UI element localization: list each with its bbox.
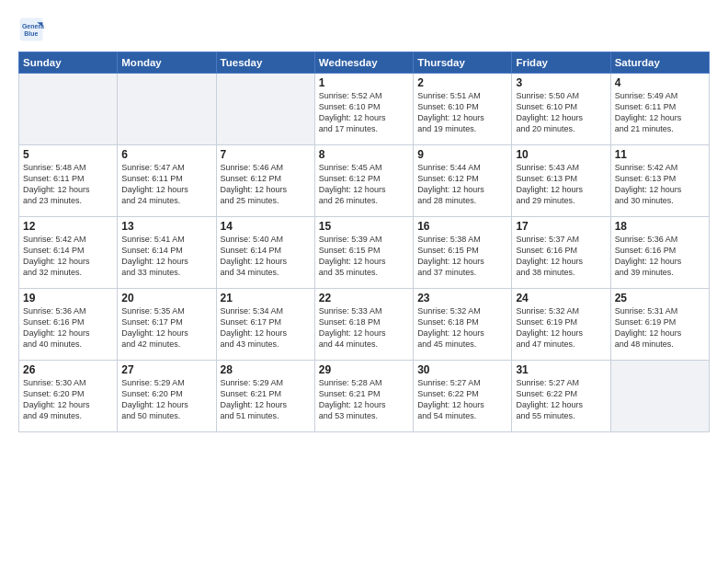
day-number: 31 xyxy=(516,363,606,376)
calendar-day-header: Monday xyxy=(118,52,216,74)
day-info: Sunrise: 5:46 AM Sunset: 6:12 PM Dayligh… xyxy=(221,162,311,207)
day-info: Sunrise: 5:31 AM Sunset: 6:19 PM Dayligh… xyxy=(615,305,705,350)
day-number: 5 xyxy=(23,148,113,161)
calendar-cell: 31Sunrise: 5:27 AM Sunset: 6:22 PM Dayli… xyxy=(512,361,610,432)
calendar-cell: 18Sunrise: 5:36 AM Sunset: 6:16 PM Dayli… xyxy=(610,217,709,289)
calendar-cell: 2Sunrise: 5:51 AM Sunset: 6:10 PM Daylig… xyxy=(414,74,512,145)
calendar-cell: 28Sunrise: 5:29 AM Sunset: 6:21 PM Dayli… xyxy=(216,361,314,432)
calendar-table: SundayMondayTuesdayWednesdayThursdayFrid… xyxy=(18,52,710,432)
day-number: 7 xyxy=(221,148,311,161)
day-number: 9 xyxy=(417,148,507,161)
day-number: 28 xyxy=(221,363,311,376)
day-info: Sunrise: 5:35 AM Sunset: 6:17 PM Dayligh… xyxy=(121,305,211,350)
day-info: Sunrise: 5:36 AM Sunset: 6:16 PM Dayligh… xyxy=(615,234,705,279)
calendar-cell: 29Sunrise: 5:28 AM Sunset: 6:21 PM Dayli… xyxy=(314,361,413,432)
day-info: Sunrise: 5:41 AM Sunset: 6:14 PM Dayligh… xyxy=(121,234,211,279)
day-info: Sunrise: 5:42 AM Sunset: 6:13 PM Dayligh… xyxy=(615,162,705,207)
calendar-day-header: Sunday xyxy=(19,52,118,74)
day-number: 18 xyxy=(615,220,705,233)
calendar-week-row: 1Sunrise: 5:52 AM Sunset: 6:10 PM Daylig… xyxy=(19,74,710,145)
day-number: 23 xyxy=(417,292,507,304)
calendar-week-row: 12Sunrise: 5:42 AM Sunset: 6:14 PM Dayli… xyxy=(19,217,710,289)
calendar-cell: 17Sunrise: 5:37 AM Sunset: 6:16 PM Dayli… xyxy=(512,217,610,289)
calendar-cell: 22Sunrise: 5:33 AM Sunset: 6:18 PM Dayli… xyxy=(314,289,413,361)
day-info: Sunrise: 5:32 AM Sunset: 6:19 PM Dayligh… xyxy=(516,305,606,350)
day-info: Sunrise: 5:51 AM Sunset: 6:10 PM Dayligh… xyxy=(417,90,507,135)
calendar-cell: 13Sunrise: 5:41 AM Sunset: 6:14 PM Dayli… xyxy=(118,217,216,289)
calendar-cell: 3Sunrise: 5:50 AM Sunset: 6:10 PM Daylig… xyxy=(512,74,610,145)
calendar-cell xyxy=(216,74,314,145)
page-header: General Blue xyxy=(18,17,710,42)
day-number: 21 xyxy=(221,292,311,304)
calendar-cell: 24Sunrise: 5:32 AM Sunset: 6:19 PM Dayli… xyxy=(512,289,610,361)
calendar-cell xyxy=(610,361,709,432)
day-info: Sunrise: 5:36 AM Sunset: 6:16 PM Dayligh… xyxy=(23,305,113,350)
calendar-cell: 5Sunrise: 5:48 AM Sunset: 6:11 PM Daylig… xyxy=(19,145,118,217)
day-info: Sunrise: 5:47 AM Sunset: 6:11 PM Dayligh… xyxy=(121,162,211,207)
calendar-cell: 20Sunrise: 5:35 AM Sunset: 6:17 PM Dayli… xyxy=(118,289,216,361)
day-number: 3 xyxy=(516,76,606,89)
calendar-cell: 14Sunrise: 5:40 AM Sunset: 6:14 PM Dayli… xyxy=(216,217,314,289)
calendar-day-header: Tuesday xyxy=(216,52,314,74)
day-number: 27 xyxy=(121,363,211,376)
day-number: 17 xyxy=(516,220,606,233)
calendar-cell: 1Sunrise: 5:52 AM Sunset: 6:10 PM Daylig… xyxy=(314,74,413,145)
calendar-cell: 4Sunrise: 5:49 AM Sunset: 6:11 PM Daylig… xyxy=(610,74,709,145)
calendar-cell: 8Sunrise: 5:45 AM Sunset: 6:12 PM Daylig… xyxy=(314,145,413,217)
calendar-cell: 16Sunrise: 5:38 AM Sunset: 6:15 PM Dayli… xyxy=(414,217,512,289)
day-number: 4 xyxy=(615,76,705,89)
calendar-cell: 21Sunrise: 5:34 AM Sunset: 6:17 PM Dayli… xyxy=(216,289,314,361)
day-number: 29 xyxy=(319,363,409,376)
calendar-cell: 11Sunrise: 5:42 AM Sunset: 6:13 PM Dayli… xyxy=(610,145,709,217)
calendar-day-header: Wednesday xyxy=(314,52,413,74)
calendar-cell: 27Sunrise: 5:29 AM Sunset: 6:20 PM Dayli… xyxy=(118,361,216,432)
day-info: Sunrise: 5:49 AM Sunset: 6:11 PM Dayligh… xyxy=(615,90,705,135)
calendar-cell: 26Sunrise: 5:30 AM Sunset: 6:20 PM Dayli… xyxy=(19,361,118,432)
day-number: 26 xyxy=(23,363,113,376)
day-number: 6 xyxy=(121,148,211,161)
day-info: Sunrise: 5:34 AM Sunset: 6:17 PM Dayligh… xyxy=(221,305,311,350)
calendar-week-row: 26Sunrise: 5:30 AM Sunset: 6:20 PM Dayli… xyxy=(19,361,710,432)
day-info: Sunrise: 5:27 AM Sunset: 6:22 PM Dayligh… xyxy=(516,377,606,422)
calendar-cell: 12Sunrise: 5:42 AM Sunset: 6:14 PM Dayli… xyxy=(19,217,118,289)
calendar-cell: 25Sunrise: 5:31 AM Sunset: 6:19 PM Dayli… xyxy=(610,289,709,361)
calendar-cell: 9Sunrise: 5:44 AM Sunset: 6:12 PM Daylig… xyxy=(414,145,512,217)
logo-icon: General Blue xyxy=(18,17,44,42)
day-info: Sunrise: 5:32 AM Sunset: 6:18 PM Dayligh… xyxy=(417,305,507,350)
day-info: Sunrise: 5:38 AM Sunset: 6:15 PM Dayligh… xyxy=(417,234,507,279)
calendar-header-row: SundayMondayTuesdayWednesdayThursdayFrid… xyxy=(19,52,710,74)
day-info: Sunrise: 5:29 AM Sunset: 6:21 PM Dayligh… xyxy=(221,377,311,422)
logo: General Blue xyxy=(18,17,48,42)
day-info: Sunrise: 5:44 AM Sunset: 6:12 PM Dayligh… xyxy=(417,162,507,207)
calendar-week-row: 19Sunrise: 5:36 AM Sunset: 6:16 PM Dayli… xyxy=(19,289,710,361)
day-info: Sunrise: 5:27 AM Sunset: 6:22 PM Dayligh… xyxy=(417,377,507,422)
day-number: 12 xyxy=(23,220,113,233)
calendar-cell: 6Sunrise: 5:47 AM Sunset: 6:11 PM Daylig… xyxy=(118,145,216,217)
day-info: Sunrise: 5:40 AM Sunset: 6:14 PM Dayligh… xyxy=(221,234,311,279)
day-info: Sunrise: 5:30 AM Sunset: 6:20 PM Dayligh… xyxy=(23,377,113,422)
day-info: Sunrise: 5:52 AM Sunset: 6:10 PM Dayligh… xyxy=(319,90,409,135)
day-number: 2 xyxy=(417,76,507,89)
calendar-day-header: Thursday xyxy=(414,52,512,74)
day-number: 10 xyxy=(516,148,606,161)
day-number: 16 xyxy=(417,220,507,233)
day-info: Sunrise: 5:45 AM Sunset: 6:12 PM Dayligh… xyxy=(319,162,409,207)
day-number: 22 xyxy=(319,292,409,304)
day-number: 19 xyxy=(23,292,113,304)
day-info: Sunrise: 5:43 AM Sunset: 6:13 PM Dayligh… xyxy=(516,162,606,207)
calendar-cell: 30Sunrise: 5:27 AM Sunset: 6:22 PM Dayli… xyxy=(414,361,512,432)
day-number: 13 xyxy=(121,220,211,233)
calendar-cell: 19Sunrise: 5:36 AM Sunset: 6:16 PM Dayli… xyxy=(19,289,118,361)
day-info: Sunrise: 5:28 AM Sunset: 6:21 PM Dayligh… xyxy=(319,377,409,422)
day-number: 8 xyxy=(319,148,409,161)
calendar-page: General Blue SundayMondayTuesdayWednesda… xyxy=(0,0,728,563)
day-info: Sunrise: 5:29 AM Sunset: 6:20 PM Dayligh… xyxy=(121,377,211,422)
day-number: 1 xyxy=(319,76,409,89)
day-info: Sunrise: 5:48 AM Sunset: 6:11 PM Dayligh… xyxy=(23,162,113,207)
day-info: Sunrise: 5:50 AM Sunset: 6:10 PM Dayligh… xyxy=(516,90,606,135)
day-number: 25 xyxy=(615,292,705,304)
day-number: 11 xyxy=(615,148,705,161)
day-number: 24 xyxy=(516,292,606,304)
calendar-cell xyxy=(118,74,216,145)
day-number: 14 xyxy=(221,220,311,233)
